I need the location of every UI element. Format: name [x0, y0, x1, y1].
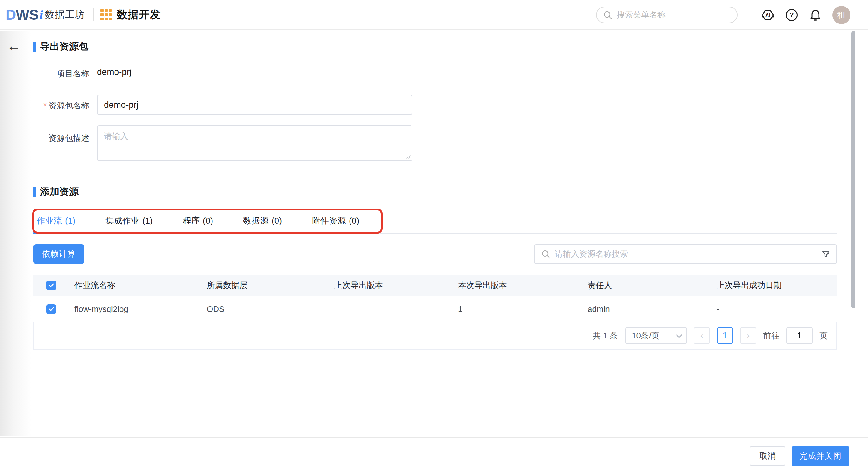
ai-assistant-icon[interactable]: AI: [761, 8, 775, 22]
notification-bell-icon[interactable]: [809, 8, 822, 22]
required-asterisk: *: [43, 101, 46, 110]
add-resources-title-row: 添加资源: [33, 185, 79, 198]
resource-tabs: 作业流(1) 集成作业(1) 程序(0) 数据源(0) 附件资源(0): [33, 210, 837, 231]
footer-action-bar: 取消 完成并关闭: [0, 437, 868, 474]
cell-last-success-date: -: [717, 304, 837, 314]
col-header-data-layer: 所属数据层: [207, 280, 334, 291]
package-name-label: *资源包名称: [8, 100, 89, 111]
finish-and-close-button[interactable]: 完成并关闭: [792, 446, 849, 466]
logo-letter-d: D: [6, 6, 16, 23]
table-header-row: 作业流名称 所属数据层 上次导出版本 本次导出版本 责任人 上次导出成功日期: [33, 274, 837, 296]
left-gutter: [0, 31, 31, 437]
top-header: DWSi 数据工坊 数据开发 AI: [0, 0, 868, 30]
page-size-select[interactable]: 10条/页: [625, 327, 687, 344]
back-button[interactable]: ←: [5, 37, 23, 55]
select-all-checkbox[interactable]: [46, 280, 56, 290]
page-title-row: 导出资源包: [33, 40, 89, 53]
add-resources-title: 添加资源: [40, 185, 79, 198]
package-desc-field: [97, 125, 412, 161]
package-desc-textarea[interactable]: [98, 126, 412, 160]
cell-owner: admin: [588, 304, 717, 314]
page-title: 导出资源包: [40, 40, 89, 53]
header-icons: AI ? 租: [761, 0, 850, 30]
brand-suffix: 数据工坊: [45, 8, 85, 21]
app-title: 数据开发: [117, 7, 160, 22]
svg-text:AI: AI: [765, 12, 771, 19]
logo-letters-ws: WS: [16, 6, 38, 23]
active-tab-underline: [33, 232, 101, 234]
col-header-workflow-name: 作业流名称: [74, 280, 207, 291]
export-resource-package-screen: DWSi 数据工坊 数据开发 AI: [0, 0, 868, 474]
resource-search-box[interactable]: [534, 244, 837, 264]
workflow-table: 作业流名称 所属数据层 上次导出版本 本次导出版本 责任人 上次导出成功日期 f…: [33, 274, 837, 350]
app-grid-icon: [100, 9, 112, 20]
table-row[interactable]: flow-mysql2log ODS 1 admin -: [33, 296, 837, 322]
menu-search-input[interactable]: [617, 10, 723, 20]
cell-data-layer: ODS: [207, 304, 334, 314]
dependency-calc-button[interactable]: 依赖计算: [33, 244, 84, 264]
tab-attachment[interactable]: 附件资源(0): [309, 215, 362, 226]
tabs-track-line: [33, 233, 837, 234]
help-icon[interactable]: ?: [785, 8, 799, 22]
tab-program[interactable]: 程序(0): [180, 215, 216, 226]
project-name-value: demo-prj: [97, 67, 131, 77]
row-checkbox[interactable]: [46, 304, 56, 314]
textarea-resize-handle[interactable]: [405, 154, 410, 159]
filter-icon[interactable]: [822, 250, 830, 259]
svg-text:?: ?: [789, 11, 794, 19]
vertical-scrollbar-thumb[interactable]: [851, 31, 856, 308]
resource-search-input[interactable]: [555, 249, 822, 259]
cell-workflow-name: flow-mysql2log: [74, 304, 207, 314]
col-header-owner: 责任人: [588, 280, 717, 291]
logo-letter-i: i: [39, 7, 43, 22]
prev-page-button[interactable]: ‹: [694, 327, 710, 344]
user-avatar[interactable]: 租: [832, 6, 850, 24]
menu-search-box[interactable]: [596, 7, 738, 23]
tab-datasource[interactable]: 数据源(0): [240, 215, 285, 226]
page-unit-label: 页: [819, 330, 828, 341]
pagination-bar: 共 1 条 10条/页 ‹ 1 › 前往 页: [33, 322, 837, 350]
project-name-label: 项目名称: [8, 68, 89, 79]
total-count-label: 共 1 条: [593, 330, 618, 341]
brand-logo[interactable]: DWSi 数据工坊 数据开发: [6, 6, 160, 23]
chevron-down-icon: [676, 332, 682, 338]
col-header-last-success-date: 上次导出成功日期: [717, 280, 837, 291]
tab-workflow[interactable]: 作业流(1): [33, 215, 79, 226]
search-icon: [541, 249, 550, 259]
next-page-button[interactable]: ›: [740, 327, 756, 344]
search-icon: [603, 10, 612, 20]
cancel-button[interactable]: 取消: [750, 446, 785, 466]
section-accent-bar: [33, 187, 36, 197]
tab-integration-job[interactable]: 集成作业(1): [102, 215, 156, 226]
brand-divider: [93, 8, 94, 21]
goto-page-input[interactable]: [786, 327, 813, 344]
current-page-button[interactable]: 1: [717, 327, 733, 344]
col-header-current-export-version: 本次导出版本: [458, 280, 588, 291]
title-accent-bar: [33, 42, 36, 52]
cell-current-export-version: 1: [458, 304, 588, 314]
package-name-input[interactable]: [97, 95, 412, 115]
goto-label: 前往: [763, 330, 779, 341]
package-desc-label: 资源包描述: [8, 133, 89, 144]
col-header-last-export-version: 上次导出版本: [334, 280, 458, 291]
